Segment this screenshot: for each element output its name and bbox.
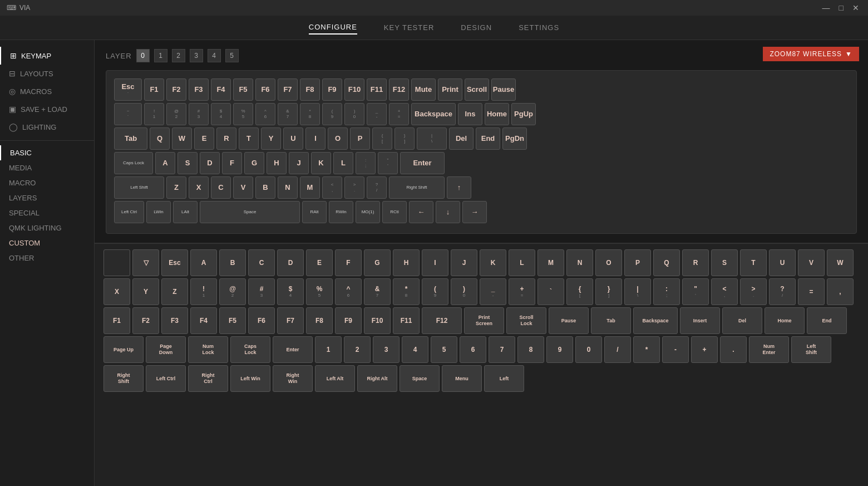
key-l[interactable]: L [333, 152, 353, 174]
picker-key-e[interactable]: E [306, 249, 333, 276]
picker-key-dquote[interactable]: "' [682, 278, 709, 305]
picker-key-scroll-lock[interactable]: ScrollLock [506, 307, 546, 334]
picker-key-n9[interactable]: 9 [546, 336, 573, 363]
picker-key-pipe[interactable]: |\ [624, 278, 651, 305]
key-u[interactable]: U [283, 127, 303, 150]
sidebar-item-layouts[interactable]: ⊟ LAYOUTS [0, 65, 94, 82]
picker-key-at[interactable]: @2 [219, 278, 246, 305]
picker-key-equal[interactable]: = [798, 278, 825, 305]
picker-key-print-screen[interactable]: PrintScreen [464, 307, 504, 334]
picker-cat-macro[interactable]: MACRO [0, 175, 94, 190]
picker-key-ndot[interactable]: . [720, 336, 747, 363]
picker-key-lparen[interactable]: (9 [422, 278, 448, 305]
picker-key-i[interactable]: I [422, 249, 448, 276]
picker-key-right-alt2[interactable]: Right Alt [357, 365, 397, 392]
picker-key-r[interactable]: R [682, 249, 709, 276]
picker-key-del2[interactable]: Del [722, 307, 762, 334]
key-f[interactable]: F [222, 152, 242, 174]
picker-key-right-shift2[interactable]: RightShift [103, 365, 144, 392]
key-7[interactable]: &7 [278, 103, 298, 125]
key-end[interactable]: End [476, 127, 500, 150]
key-lalt[interactable]: LAlt [173, 201, 198, 223]
picker-key-num-enter[interactable]: NumEnter [749, 336, 789, 363]
key-f3[interactable]: F3 [189, 78, 209, 101]
key-z[interactable]: Z [166, 176, 186, 199]
picker-key-space2[interactable]: Space [400, 365, 440, 392]
key-esc[interactable]: Esc` [114, 78, 142, 101]
picker-key-n2[interactable]: 2 [344, 336, 371, 363]
picker-key-right-win2[interactable]: RightWin [273, 365, 313, 392]
picker-key-pf9[interactable]: F9 [335, 307, 362, 334]
picker-key-d[interactable]: D [277, 249, 304, 276]
sidebar-item-lighting[interactable]: ◯ LIGHTING [0, 118, 94, 136]
key-enter[interactable]: Enter [400, 152, 445, 174]
key-period[interactable]: >. [344, 176, 364, 199]
sidebar-item-save-load[interactable]: ▣ SAVE + LOAD [0, 100, 94, 118]
picker-key-j[interactable]: J [451, 249, 477, 276]
key-n[interactable]: N [278, 176, 298, 199]
picker-key-amp[interactable]: &7 [364, 278, 391, 305]
key-tab[interactable]: Tab [114, 127, 147, 150]
picker-key-pagedown[interactable]: PageDown [146, 336, 186, 363]
key-rwin[interactable]: RWin [329, 201, 353, 223]
key-y[interactable]: Y [261, 127, 281, 150]
picker-key-z[interactable]: Z [161, 278, 188, 305]
key-left-ctrl[interactable]: Left Ctrl [114, 201, 144, 223]
key-pgup[interactable]: PgUp [511, 103, 536, 125]
key-o[interactable]: O [328, 127, 348, 150]
key-i[interactable]: I [305, 127, 326, 150]
picker-key-s[interactable]: S [711, 249, 738, 276]
picker-key-g[interactable]: G [364, 249, 391, 276]
layer-btn-5[interactable]: 5 [225, 49, 239, 62]
picker-key-m[interactable]: M [537, 249, 564, 276]
picker-key-nslash[interactable]: / [604, 336, 631, 363]
key-mo1[interactable]: MO(1) [356, 201, 380, 223]
picker-key-esc[interactable]: Esc [161, 249, 188, 276]
key-equal[interactable]: += [389, 103, 409, 125]
picker-key-comma[interactable]: , [827, 278, 854, 305]
picker-key-menu2[interactable]: Menu [442, 365, 482, 392]
picker-key-dollar[interactable]: $4 [277, 278, 304, 305]
key-f1[interactable]: F1 [144, 78, 164, 101]
picker-key-left-win2[interactable]: Left Win [230, 365, 270, 392]
key-f9[interactable]: F9 [322, 78, 342, 101]
key-quote[interactable]: "' [378, 152, 398, 174]
key-5[interactable]: %5 [233, 103, 253, 125]
key-lwin[interactable]: LWin [146, 201, 171, 223]
key-caps-lock[interactable]: Caps Lock [114, 152, 153, 174]
key-8[interactable]: *8 [300, 103, 320, 125]
key-minus[interactable]: _- [367, 103, 387, 125]
key-rbracket[interactable]: }] [394, 127, 415, 150]
key-backspace[interactable]: Backspace [411, 103, 456, 125]
key-right[interactable]: → [462, 201, 487, 223]
key-s[interactable]: S [177, 152, 198, 174]
key-space[interactable]: Space [200, 201, 300, 223]
picker-key-gt[interactable]: >. [740, 278, 767, 305]
picker-key-pf6[interactable]: F6 [248, 307, 275, 334]
picker-key-qmark[interactable]: ?/ [769, 278, 796, 305]
key-rctl[interactable]: RCtl [382, 201, 407, 223]
picker-key-plus[interactable]: += [509, 278, 535, 305]
key-g[interactable]: G [244, 152, 264, 174]
picker-key-f[interactable]: F [335, 249, 362, 276]
key-tilde[interactable]: ~` [114, 103, 142, 125]
key-3[interactable]: #3 [189, 103, 209, 125]
picker-cat-other[interactable]: OTHER [0, 251, 94, 266]
key-print[interactable]: Print [438, 78, 462, 101]
picker-key-left2[interactable]: Left [484, 365, 524, 392]
picker-key-n8[interactable]: 8 [517, 336, 544, 363]
key-w[interactable]: W [172, 127, 192, 150]
picker-key-pf7[interactable]: F7 [277, 307, 304, 334]
close-button[interactable]: ✕ [850, 3, 861, 12]
nav-design[interactable]: DESIGN [461, 21, 492, 34]
key-pause[interactable]: Pause [491, 78, 516, 101]
picker-key-end2[interactable]: End [807, 307, 847, 334]
picker-key-colon[interactable]: :; [653, 278, 680, 305]
key-ins[interactable]: Ins [458, 103, 482, 125]
picker-key-pageup[interactable]: Page Up [103, 336, 144, 363]
key-f12[interactable]: F12 [389, 78, 409, 101]
sidebar-item-macros[interactable]: ◎ MACROS [0, 82, 94, 100]
key-p[interactable]: P [350, 127, 370, 150]
key-right-shift[interactable]: Right Shift [389, 176, 445, 199]
picker-key-lt[interactable]: <, [711, 278, 738, 305]
